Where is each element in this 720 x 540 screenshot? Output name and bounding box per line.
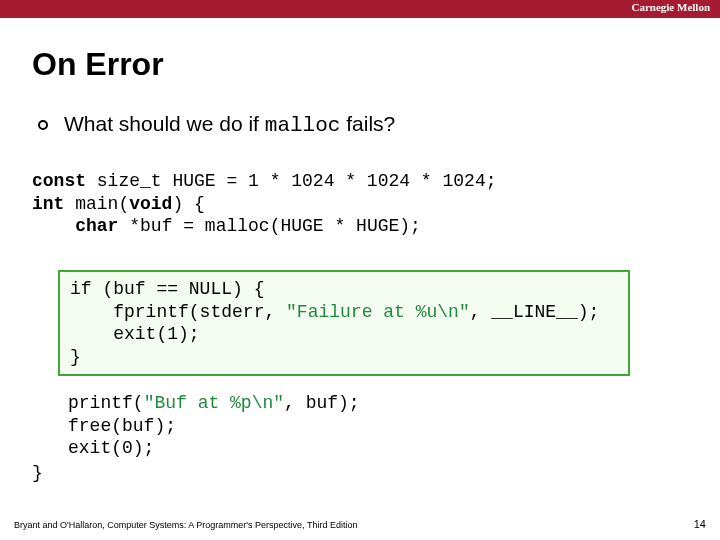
- code-line: exit(1);: [70, 324, 200, 344]
- code-text: size_t HUGE = 1 * 1024 * 1024 * 1024;: [86, 171, 496, 191]
- page-number: 14: [694, 518, 706, 530]
- kw-char: char: [75, 216, 118, 236]
- header-bar: Carnegie Mellon: [0, 0, 720, 18]
- code-text: main(: [64, 194, 129, 214]
- string-literal: "Failure at %u\n": [286, 302, 470, 322]
- closing-brace: }: [32, 463, 43, 483]
- bullet-suffix: fails?: [340, 112, 395, 135]
- highlighted-code-box: if (buf == NULL) { fprintf(stderr, "Fail…: [58, 270, 630, 376]
- code-line: free(buf);: [68, 416, 176, 436]
- code-text: printf(: [68, 393, 144, 413]
- code-text: fprintf(stderr,: [70, 302, 286, 322]
- footer-citation: Bryant and O'Hallaron, Computer Systems:…: [14, 520, 357, 530]
- brand-label: Carnegie Mellon: [631, 1, 710, 13]
- code-text: *buf = malloc(HUGE * HUGE);: [118, 216, 420, 236]
- string-literal: "Buf at %p\n": [144, 393, 284, 413]
- code-indent: [32, 216, 75, 236]
- code-text: , buf);: [284, 393, 360, 413]
- code-text: , __LINE__);: [470, 302, 600, 322]
- bullet-text: What should we do if malloc fails?: [64, 112, 395, 137]
- slide-title: On Error: [32, 46, 164, 83]
- code-line: }: [70, 347, 81, 367]
- kw-int: int: [32, 194, 64, 214]
- code-line: if (buf == NULL) {: [70, 279, 264, 299]
- code-block-tail: printf("Buf at %p\n", buf); free(buf); e…: [68, 392, 360, 460]
- bullet-prefix: What should we do if: [64, 112, 265, 135]
- kw-void: void: [129, 194, 172, 214]
- kw-const: const: [32, 171, 86, 191]
- bullet-icon: [38, 120, 48, 130]
- code-block-if: if (buf == NULL) { fprintf(stderr, "Fail…: [70, 278, 618, 368]
- slide: Carnegie Mellon On Error What should we …: [0, 0, 720, 540]
- code-line: exit(0);: [68, 438, 154, 458]
- code-block-decl: const size_t HUGE = 1 * 1024 * 1024 * 10…: [32, 170, 496, 238]
- code-text: ) {: [172, 194, 204, 214]
- bullet-mono: malloc: [265, 114, 341, 137]
- bullet-item: What should we do if malloc fails?: [38, 112, 395, 137]
